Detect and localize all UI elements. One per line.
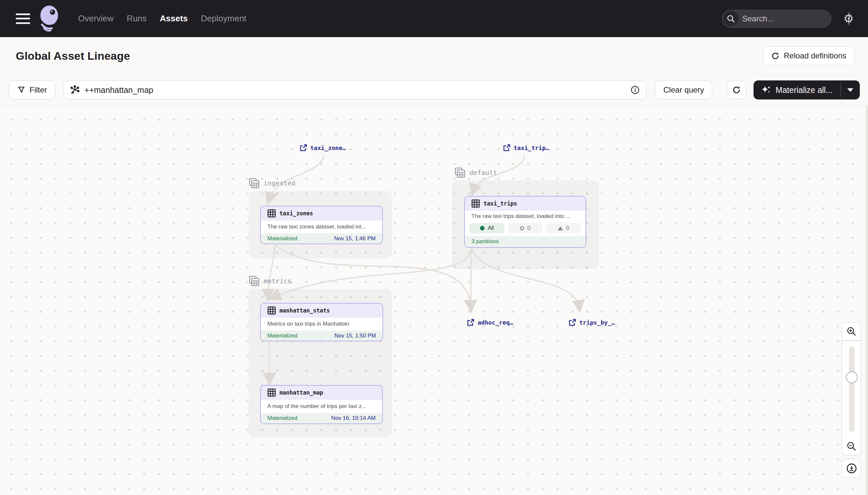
- filter-button[interactable]: Filter: [9, 81, 55, 100]
- nav-link-deployment[interactable]: Deployment: [201, 14, 246, 24]
- refresh-button[interactable]: [727, 81, 746, 100]
- external-link-icon: [568, 319, 577, 327]
- asset-selection-input-wrap: [64, 81, 646, 100]
- external-asset-label: taxi_zone…: [310, 144, 346, 151]
- asset-group-label-metrics[interactable]: metrics: [249, 275, 291, 287]
- asset-status-footer: Materialized Nov 16, 10:14 AM: [261, 413, 382, 424]
- sparkle-icon: [761, 85, 771, 95]
- triangle-icon: [558, 226, 563, 231]
- external-asset-label: taxi_trip…: [514, 144, 549, 151]
- group-icon: [249, 177, 260, 189]
- asset-name: taxi_zones: [280, 210, 313, 217]
- selection-syntax-icon: [70, 85, 80, 95]
- zoom-slider-thumb[interactable]: [846, 371, 858, 383]
- zoom-slider[interactable]: [842, 341, 861, 437]
- materialize-options-button[interactable]: [841, 81, 860, 100]
- clear-query-button[interactable]: Clear query: [655, 81, 712, 100]
- zoom-in-icon: [846, 326, 857, 337]
- materialization-timestamp[interactable]: Nov 15, 1:46 PM: [334, 235, 376, 242]
- reload-definitions-label: Reload definitions: [784, 51, 846, 61]
- asset-node-taxi-trips[interactable]: taxi_trips The raw taxi trips dataset, l…: [464, 196, 586, 248]
- asset-group-label-ingested[interactable]: ingested: [249, 177, 295, 189]
- table-icon: [267, 388, 276, 397]
- group-name: ingested: [264, 179, 295, 187]
- asset-node-header: manhattan_map: [261, 386, 382, 399]
- asset-node-header: taxi_zones: [261, 206, 382, 220]
- primary-nav: Overview Runs Assets Deployment: [78, 14, 246, 24]
- asset-description: Metrics on taxi trips in Manhattan: [261, 318, 383, 330]
- asset-selection-input[interactable]: [80, 85, 630, 95]
- asset-node-header: manhattan_stats: [261, 304, 383, 318]
- asset-node-taxi-zones[interactable]: taxi_zones The raw taxi zones dataset, l…: [260, 206, 383, 244]
- status-badge: Materialized: [267, 415, 298, 422]
- zoom-controls: [842, 322, 861, 478]
- nav-link-runs[interactable]: Runs: [127, 14, 147, 24]
- caret-down-icon: [847, 88, 853, 92]
- asset-name: taxi_trips: [483, 200, 517, 207]
- external-asset-adhoc-req[interactable]: adhoc_req…: [466, 319, 513, 327]
- status-badge: Materialized: [267, 332, 298, 339]
- external-link-icon: [299, 144, 307, 152]
- refresh-icon: [732, 85, 741, 95]
- search-input[interactable]: [739, 14, 848, 23]
- dagster-logo-icon[interactable]: [37, 5, 61, 33]
- external-asset-label: adhoc_req…: [478, 319, 513, 326]
- asset-node-manhattan-stats[interactable]: manhattan_stats Metrics on taxi trips in…: [260, 303, 383, 341]
- zoom-out-icon: [846, 441, 857, 452]
- hamburger-menu-icon[interactable]: [16, 14, 30, 24]
- zoom-in-button[interactable]: [842, 322, 861, 341]
- materialize-all-label: Materialize all...: [776, 85, 833, 95]
- global-search[interactable]: /: [722, 10, 832, 28]
- reload-definitions-button[interactable]: Reload definitions: [763, 46, 854, 65]
- status-badge: Materialized: [267, 235, 298, 242]
- materialize-all-split-button: Materialize all...: [754, 81, 860, 100]
- asset-description: A map of the number of trips per taxi z.…: [261, 399, 382, 413]
- partitions-failed-badge[interactable]: 0: [546, 223, 581, 233]
- zoom-out-button[interactable]: [842, 437, 861, 456]
- asset-status-footer: Materialized Nov 15, 1:50 PM: [261, 330, 383, 341]
- download-image-button[interactable]: [842, 459, 861, 478]
- asset-node-header: taxi_trips: [465, 197, 586, 210]
- table-icon: [267, 306, 276, 315]
- partition-badge-label: 0: [566, 225, 569, 232]
- clear-query-label: Clear query: [663, 85, 704, 95]
- materialization-timestamp[interactable]: Nov 15, 1:50 PM: [334, 332, 376, 339]
- external-asset-taxi-trip[interactable]: taxi_trip…: [502, 144, 549, 152]
- table-icon: [267, 209, 276, 218]
- asset-description: The raw taxi zones dataset, loaded int..…: [261, 220, 382, 233]
- asset-description: The raw taxi trips dataset, loaded into …: [465, 210, 586, 222]
- external-asset-label: trips_by_…: [579, 319, 615, 326]
- vertical-scrollbar[interactable]: [866, 106, 868, 495]
- asset-status-footer: Materialized Nov 15, 1:46 PM: [261, 233, 382, 243]
- asset-node-manhattan-map[interactable]: manhattan_map A map of the number of tri…: [260, 385, 383, 424]
- nav-link-overview[interactable]: Overview: [78, 14, 113, 24]
- partitions-count[interactable]: 3 partitions: [472, 238, 499, 245]
- circle-outline-icon: [520, 226, 524, 231]
- external-asset-taxi-zone[interactable]: taxi_zone…: [299, 144, 346, 152]
- external-link-icon: [502, 144, 511, 152]
- materialize-all-button[interactable]: Materialize all...: [754, 81, 840, 100]
- zoom-slider-track[interactable]: [849, 346, 854, 432]
- filter-icon: [17, 86, 25, 94]
- partition-badge-label: 0: [527, 225, 530, 232]
- partition-badge-label: All: [488, 225, 494, 232]
- partitions-missing-badge[interactable]: 0: [508, 223, 543, 233]
- external-asset-trips-by[interactable]: trips_by_…: [568, 319, 615, 327]
- asset-status-footer: 3 partitions: [465, 236, 586, 247]
- partitions-success-badge[interactable]: All: [470, 223, 504, 233]
- group-name: default: [470, 169, 497, 176]
- filled-dot-icon: [480, 226, 484, 231]
- filter-label: Filter: [30, 85, 47, 95]
- search-icon: [723, 11, 739, 26]
- asset-name: manhattan_stats: [280, 307, 330, 314]
- lineage-toolbar: Filter Clear query: [0, 75, 868, 105]
- lineage-canvas[interactable]: ingested default metrics taxi_zone… taxi…: [0, 106, 868, 495]
- external-link-icon: [466, 319, 475, 327]
- asset-name: manhattan_map: [280, 389, 323, 396]
- nav-link-assets[interactable]: Assets: [160, 14, 188, 24]
- gear-icon[interactable]: ⚙: [844, 13, 854, 24]
- info-icon[interactable]: [630, 85, 640, 95]
- materialization-timestamp[interactable]: Nov 16, 10:14 AM: [331, 415, 376, 422]
- asset-group-label-default[interactable]: default: [454, 167, 497, 178]
- page-header: Global Asset Lineage Reload definitions: [0, 37, 868, 75]
